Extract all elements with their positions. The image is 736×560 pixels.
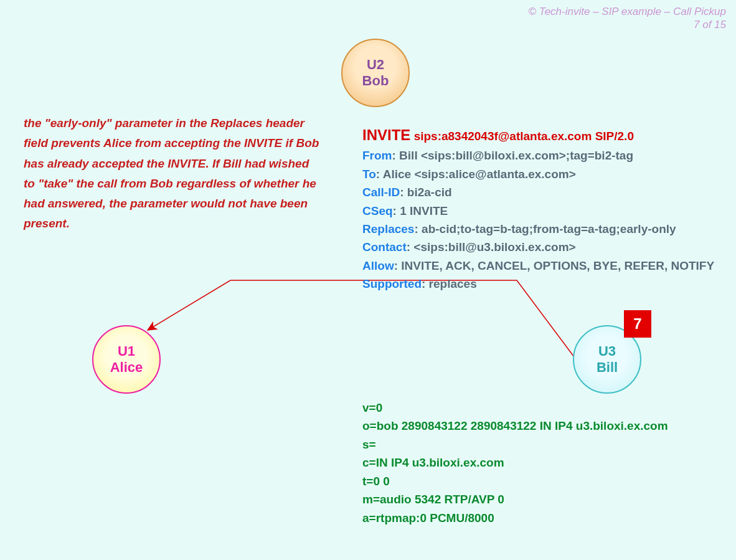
sdp-body: v=0 o=bob 2890843122 2890843122 IN IP4 u… [362, 399, 711, 527]
sdp-s: s= [362, 435, 711, 453]
node-bob-name: Bob [362, 73, 389, 89]
sdp-o: o=bob 2890843122 2890843122 IN IP4 u3.bi… [362, 417, 711, 435]
node-alice-ua: U1 [118, 343, 135, 359]
sip-request-uri: sips:a8342043f@atlanta.ex.com SIP/2.0 [414, 130, 634, 143]
step-badge: 7 [624, 310, 651, 338]
sip-header-replaces: Replaces: ab-cid;to-tag=b-tag;from-tag=a… [362, 220, 724, 238]
copyright-block: © Tech-invite – SIP example – Call Picku… [529, 5, 726, 32]
page-counter: 7 of 15 [529, 18, 726, 31]
sip-header-callid: Call-ID: bi2a-cid [362, 183, 724, 201]
sip-request-line: INVITE sips:a8342043f@atlanta.ex.com SIP… [362, 123, 724, 146]
sip-header-to: To: Alice <sips:alice@atlanta.ex.com> [362, 165, 724, 183]
sip-header-allow: Allow: INVITE, ACK, CANCEL, OPTIONS, BYE… [362, 257, 724, 275]
node-alice: U1 Alice [92, 325, 161, 394]
sip-header-from: From: Bill <sips:bill@biloxi.ex.com>;tag… [362, 146, 724, 164]
sdp-t: t=0 0 [362, 472, 711, 490]
sip-header-contact: Contact: <sips:bill@u3.biloxi.ex.com> [362, 238, 724, 256]
sdp-m: m=audio 5342 RTP/AVP 0 [362, 490, 711, 508]
explanatory-note: the "early-only" parameter in the Replac… [24, 113, 323, 234]
node-bill-ua: U3 [598, 343, 616, 359]
sip-header-supported: Supported: replaces [362, 275, 724, 293]
sip-method: INVITE [362, 126, 410, 143]
sdp-c: c=IN IP4 u3.biloxi.ex.com [362, 453, 711, 472]
node-bob: U2 Bob [341, 39, 410, 107]
sdp-v: v=0 [362, 399, 711, 417]
copyright-line: © Tech-invite – SIP example – Call Picku… [529, 5, 726, 18]
diagram-canvas: © Tech-invite – SIP example – Call Picku… [0, 0, 736, 560]
sip-header-cseq: CSeq: 1 INVITE [362, 202, 724, 220]
node-bill-name: Bill [597, 359, 618, 376]
node-alice-name: Alice [110, 359, 143, 376]
sdp-a: a=rtpmap:0 PCMU/8000 [362, 509, 711, 527]
node-bob-ua: U2 [367, 57, 384, 73]
sip-message: INVITE sips:a8342043f@atlanta.ex.com SIP… [362, 123, 724, 293]
